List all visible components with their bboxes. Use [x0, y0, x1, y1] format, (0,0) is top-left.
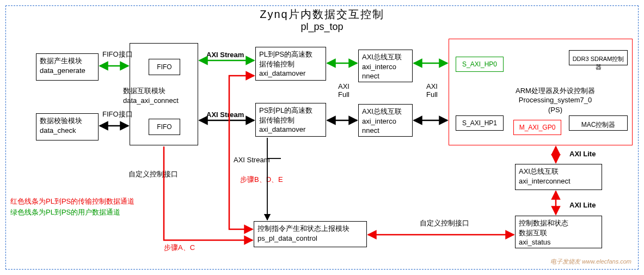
label-axi-full1: AXI Full: [338, 82, 349, 99]
box-axi-status: 控制数据和状态 数据互联 axi_status: [515, 216, 602, 248]
label-axi-stream3: AXI Stream: [234, 156, 269, 164]
label-axi-stream2: AXI Stream: [206, 111, 244, 119]
s-axi-hp0: S_AXI_HP0: [456, 57, 504, 72]
box-data-check: 数据校验模块 data_check: [36, 113, 99, 140]
box-axi-ic1: AXI总线互联 axi_interco nnect: [358, 50, 413, 82]
data-generate-l1: 数据产生模块: [40, 56, 95, 66]
data-axi-connect-l2: data_axi_connect: [123, 96, 179, 105]
m-axi-gp0: M_AXI_GP0: [513, 120, 561, 135]
data-axi-connect-l1: 数据互联模块: [123, 86, 165, 96]
box-ps: ARM处理器及外设控制器 Processing_system7_0 (PS) S…: [449, 39, 633, 145]
label-legend-green: 绿色线条为PL到PS的用户数据通道: [10, 207, 120, 217]
ps-arm-l1: ARM处理器及外设控制器: [509, 86, 602, 96]
label-step-ac: 步骤A、C: [164, 243, 195, 253]
box-pl2ps-dm: PL到PS的高速数 据传输控制 axi_datamover: [255, 47, 326, 81]
label-axi-stream1: AXI Stream: [206, 51, 244, 59]
ps-arm-l2: Processing_system7_0: [509, 96, 602, 104]
page-subtitle: pl_ps_top: [6, 21, 638, 33]
page-title: Zynq片内数据交互控制: [6, 7, 638, 22]
label-step-bde: 步骤B、D、E: [240, 175, 283, 185]
data-generate-l2: data_generate: [40, 66, 95, 76]
ddr3: DDR3 SDRAM控制器: [569, 50, 628, 65]
fifo1: FIFO: [149, 59, 180, 75]
box-ps2pl-dm: PS到PL的高速数 据传输控制 axi_datamover: [255, 103, 326, 137]
box-axi-ic3: AXI总线互联 axi_interconnect: [515, 164, 602, 190]
label-axi-lite1: AXI Lite: [569, 150, 596, 158]
label-fifo-if1: FIFO接口: [102, 50, 133, 59]
mac: MAC控制器: [569, 115, 628, 131]
label-custom-ctrl1: 自定义控制接口: [128, 169, 178, 179]
box-ps-pl-ctrl: 控制指令产生和状态上报模块 ps_pl_data_control: [254, 221, 367, 247]
diagram-canvas: Zynq片内数据交互控制 pl_ps_top 数据产生模块 data_gener…: [5, 5, 639, 270]
box-data-generate: 数据产生模块 data_generate: [36, 53, 99, 81]
label-axi-full2: AXI Full: [426, 82, 438, 99]
watermark: 电子发烧友 www.elecfans.com: [550, 258, 631, 266]
label-legend-red: 红色线条为PL到PS的传输控制数据通道: [10, 197, 134, 206]
label-custom-ctrl2: 自定义控制接口: [420, 218, 469, 228]
data-check-l2: data_check: [40, 126, 95, 136]
s-axi-hp1: S_AXI_HP1: [456, 115, 504, 131]
data-check-l1: 数据校验模块: [40, 116, 95, 126]
ps-arm-l3: (PS): [509, 106, 602, 114]
label-fifo-if2: FIFO接口: [102, 109, 133, 119]
box-axi-ic2: AXI总线互联 axi_interco nnect: [358, 104, 413, 137]
label-axi-lite2: AXI Lite: [569, 201, 596, 209]
fifo2: FIFO: [149, 119, 180, 135]
